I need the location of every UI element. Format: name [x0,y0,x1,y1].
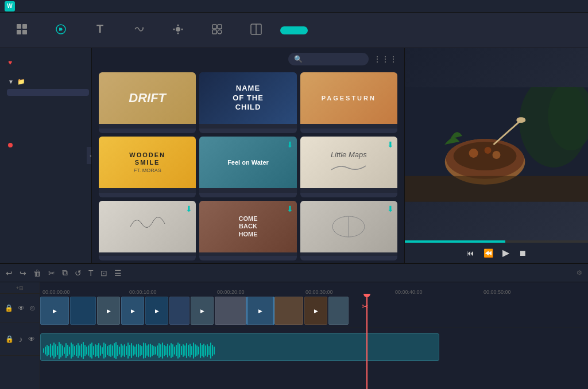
preview-progress-bar[interactable] [405,240,588,243]
sidebar-item-electronic[interactable] [5,116,91,123]
media-card-drift[interactable]: DRIFT [99,72,196,133]
video-clip-5[interactable]: ▶ [145,297,168,325]
video-clip-8[interactable] [215,297,246,325]
video-clip-4[interactable]: ▶ [121,297,144,325]
audio-clip-drift[interactable]: // Generate waveform bars inline const b… [40,333,439,361]
media-card-pages[interactable]: PAGESTURN [300,72,397,133]
name-child-label [199,124,296,129]
svg-point-9 [177,32,179,34]
collapse-sidebar-button[interactable]: ◀ [87,147,92,164]
sidebar-item-tender[interactable] [5,96,91,103]
play-button[interactable]: ▶ [502,247,509,258]
toolbar-elements[interactable] [204,22,230,38]
sidebar-favorite[interactable]: ♥ [0,55,91,70]
sidebar-included-folder[interactable]: ▼ 📁 [0,75,91,89]
crop-button[interactable]: ↺ [75,269,82,278]
app-logo: W [5,1,18,11]
name-child-thumbnail: Nameof thechild [199,72,296,124]
audio-track-controls: 🔒 ♪ 👁 [0,322,40,356]
toolbar-media[interactable] [9,22,34,38]
video-clip-2[interactable] [70,297,96,325]
media-card-wooden[interactable]: WOODENSMILE FT. MORAS [99,137,196,197]
toolbar: T [0,13,588,48]
video-clip-6[interactable] [169,297,189,325]
video-clip-9[interactable]: ▶ [247,297,273,325]
effects-icon [171,22,185,36]
pages-thumbnail: PAGESTURN [300,72,397,124]
audio-track-eye-icon[interactable]: 👁 [28,335,35,343]
svg-point-10 [173,28,175,30]
svg-rect-13 [218,25,222,29]
svg-point-27 [485,146,492,153]
sketch1-label [99,252,196,256]
sidebar-included-section: ▼ 📁 [0,72,91,139]
sidebar-item-young-bright[interactable] [7,89,89,96]
zoom-button[interactable]: ⊡ [100,269,107,278]
redo-button[interactable]: ↪ [20,269,26,278]
media-card-comeback[interactable]: ⬇ COMEBACKHOME [199,201,296,260]
toolbar-splitscreen[interactable] [243,22,269,38]
cut-button[interactable]: ✂ [48,269,55,278]
step-back-button[interactable]: ⏪ [483,248,493,258]
sketch2-download-icon: ⬇ [387,204,394,213]
export-button[interactable] [280,26,308,34]
video-clip-12[interactable] [328,297,349,325]
sidebar-item-folk[interactable] [5,110,91,116]
sidebar-item-sound-effect[interactable] [5,123,91,130]
sidebar-filmstock[interactable] [0,139,91,151]
timeline-corner: +⊟ [0,282,40,293]
video-track-controls: 🔒 👁 ◎ [0,294,40,322]
elements-icon [210,22,224,36]
track-lock-icon[interactable]: 🔒 [5,304,13,312]
media-card-name-child[interactable]: Nameof thechild [199,72,296,133]
media-icon [15,22,29,36]
drift-label [99,124,196,129]
text-button[interactable]: T [88,269,94,278]
svg-rect-1 [22,24,27,29]
toolbar-audio[interactable] [48,22,74,38]
toolbar-titles[interactable]: T [87,22,113,38]
toolbar-transition[interactable] [126,22,152,38]
svg-point-26 [469,148,478,157]
media-card-feet[interactable]: ⬇ Feel on Water [199,137,296,197]
audio-track-mute-icon[interactable]: ♪ [19,334,23,344]
media-card-little[interactable]: ⬇ Little Maps [300,137,397,197]
copy-button[interactable]: ⧉ [62,268,68,278]
sketch2-label [300,252,397,256]
search-box[interactable]: 🔍 [288,53,369,65]
video-clip-7[interactable]: ▶ [191,297,214,325]
track-eye-icon[interactable]: 👁 [18,304,25,312]
content-header: 🔍 ⋮⋮⋮ [92,48,404,70]
delete-button[interactable]: 🗑 [33,269,41,278]
video-clip-3[interactable]: ▶ [97,297,120,325]
search-icon: 🔍 [294,55,303,63]
wooden-label [99,188,196,193]
search-input[interactable] [306,56,363,63]
timeline-settings-icon[interactable]: ⚙ [577,269,582,277]
content-area: 🔍 ⋮⋮⋮ DRIFT Nameof thechild [92,48,404,263]
media-card-sketch2[interactable]: ⬇ [300,201,397,260]
skip-back-button[interactable]: ⏮ [466,248,474,258]
undo-button[interactable]: ↩ [6,269,13,278]
track-icon-add[interactable]: +⊟ [16,285,24,291]
media-card-sketch1[interactable]: ⬇ [99,201,196,260]
main-area: ♥ ▼ 📁 [0,48,588,263]
stop-button[interactable]: ⏹ [519,248,527,258]
audio-track-lock-icon[interactable]: 🔒 [5,335,14,343]
svg-point-15 [218,30,222,34]
sidebar-item-my-music[interactable] [5,130,91,137]
svg-rect-0 [17,24,21,29]
track-magnet-icon[interactable]: ◎ [30,305,35,311]
video-clip-1[interactable]: ▶ [40,297,69,325]
settings-button[interactable]: ☰ [114,269,122,278]
video-clip-10[interactable] [274,297,303,325]
sidebar-item-rock[interactable] [5,103,91,110]
grid-view-toggle[interactable]: ⋮⋮⋮ [373,55,397,64]
playhead[interactable]: ✂ [366,294,368,389]
svg-marker-6 [142,28,144,29]
toolbar-effects[interactable] [165,22,191,38]
svg-point-11 [181,28,183,30]
video-clip-11[interactable]: ▶ [304,297,327,325]
heart-icon: ♥ [8,59,12,67]
splitscreen-icon [249,22,263,36]
